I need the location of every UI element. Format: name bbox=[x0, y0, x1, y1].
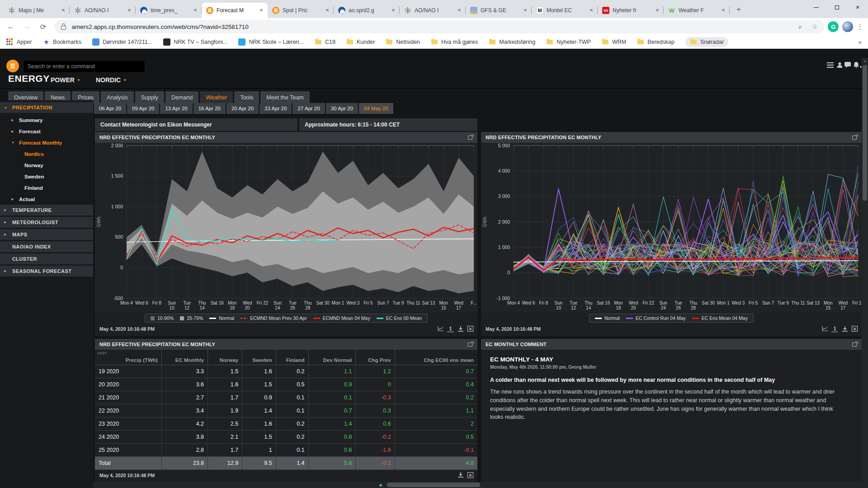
scroll-up-icon[interactable]: ▲ bbox=[862, 58, 868, 64]
close-button[interactable]: ✕ bbox=[847, 0, 868, 14]
app-menu-icon[interactable] bbox=[827, 61, 834, 70]
browser-tab[interactable]: AO/NAO I✕ bbox=[400, 3, 466, 18]
expand-icon[interactable]: ▶ bbox=[4, 233, 6, 236]
sidebar-item-meteorologist[interactable]: ▶METEOROLOGIST bbox=[0, 217, 93, 228]
browser-tab[interactable]: GFS & GE✕ bbox=[466, 3, 532, 18]
popout-icon[interactable] bbox=[468, 135, 474, 140]
tab-close-icon[interactable]: ✕ bbox=[522, 7, 529, 14]
date-button-13-apr-20[interactable]: 13 Apr 20 bbox=[160, 103, 192, 114]
horizontal-scroll-thumb[interactable] bbox=[387, 483, 480, 487]
collapse-icon[interactable]: ▼ bbox=[4, 106, 7, 109]
bookmark-item[interactable]: Nettsiden bbox=[386, 38, 420, 46]
tab-close-icon[interactable]: ✕ bbox=[390, 7, 397, 14]
bookmark-item[interactable]: Nyheter-TWP bbox=[546, 38, 591, 46]
popout-icon[interactable] bbox=[852, 342, 858, 347]
bookmark-item[interactable]: Apper bbox=[6, 38, 32, 46]
messenger-icon[interactable] bbox=[844, 61, 851, 70]
collapse-icon[interactable]: ▼ bbox=[11, 141, 14, 144]
download-icon[interactable] bbox=[841, 325, 848, 332]
date-button-30-apr-20[interactable]: 30 Apr 20 bbox=[326, 103, 358, 114]
grammarly-extension-icon[interactable]: G bbox=[828, 21, 839, 32]
refresh-icon[interactable]: ⟳ bbox=[38, 21, 49, 32]
tab-close-icon[interactable]: ✕ bbox=[192, 7, 199, 14]
chart-type-icon[interactable] bbox=[437, 325, 444, 332]
nav-tab-meet-the-team[interactable]: Meet the Team bbox=[260, 91, 309, 103]
new-tab-button[interactable]: + bbox=[732, 4, 745, 16]
interval-icon[interactable]: 1 bbox=[447, 325, 454, 332]
browser-tab[interactable]: WWeather F✕ bbox=[664, 3, 730, 18]
bookmark-item[interactable]: C19 bbox=[315, 38, 335, 46]
date-button-16-apr-20[interactable]: 16 Apr 20 bbox=[193, 103, 226, 114]
bookmark-item[interactable]: Snøradar bbox=[685, 37, 728, 47]
date-button-09-apr-20[interactable]: 09 Apr 20 bbox=[127, 103, 159, 114]
sidebar-item-seasonal-forecast[interactable]: ▶SEASONAL FORECAST bbox=[0, 266, 93, 277]
sidebar-item-forecast-monthly[interactable]: ▼Forecast Monthly bbox=[0, 137, 93, 148]
back-icon[interactable]: ← bbox=[5, 21, 16, 32]
date-button-20-apr-20[interactable]: 20 Apr 20 bbox=[226, 103, 259, 114]
browser-tab[interactable]: Forecast M✕ bbox=[202, 3, 268, 18]
sidebar-item-finland[interactable]: Finland bbox=[0, 182, 93, 193]
browser-tab[interactable]: Spot | Pric✕ bbox=[268, 3, 334, 18]
browser-tab[interactable]: AO/NAO I✕ bbox=[70, 3, 136, 18]
forward-icon[interactable]: → bbox=[22, 21, 33, 32]
bookmark-item[interactable]: Kunder bbox=[346, 38, 375, 46]
sidebar-item-forecast[interactable]: ▶Forecast bbox=[0, 126, 93, 137]
sidebar-item-temperature[interactable]: ▶TEMPERATURE bbox=[0, 205, 93, 216]
nav-tab-demand[interactable]: Demand bbox=[165, 91, 198, 103]
tab-close-icon[interactable]: ✕ bbox=[126, 7, 133, 14]
bookmarks-overflow-icon[interactable]: » bbox=[858, 38, 862, 46]
sidebar-item-nao-ao-index[interactable]: NAO/AO INDEX bbox=[0, 241, 93, 252]
chart-type-icon[interactable] bbox=[821, 325, 828, 332]
tab-close-icon[interactable]: ✕ bbox=[258, 7, 265, 14]
bookmark-item[interactable]: NRK Skole – Læreri... bbox=[238, 38, 304, 46]
nav-tab-weather[interactable]: Weather bbox=[200, 91, 233, 103]
sidebar-item-nordics[interactable]: Nordics bbox=[0, 148, 93, 160]
power-menu[interactable]: POWER▼ bbox=[51, 76, 80, 84]
date-button-06-apr-20[interactable]: 06 Apr 20 bbox=[94, 103, 126, 114]
horizontal-scrollbar[interactable]: ◀ bbox=[93, 482, 862, 488]
nordic-menu[interactable]: NORDIC▼ bbox=[96, 76, 127, 84]
vertical-scrollbar[interactable]: ▲ bbox=[862, 58, 868, 488]
browser-tab[interactable]: Maps | Me✕ bbox=[4, 3, 70, 18]
browser-tab[interactable]: time_pres_✕ bbox=[136, 3, 202, 18]
sidebar-item-summary[interactable]: ▶Summary bbox=[0, 114, 93, 126]
browser-tab[interactable]: ao.sprd2.g✕ bbox=[334, 3, 400, 18]
sidebar-item-sweden[interactable]: Sweden bbox=[0, 171, 93, 182]
download-icon[interactable] bbox=[457, 472, 464, 479]
tab-close-icon[interactable]: ✕ bbox=[588, 7, 595, 14]
bookmark-item[interactable]: Hva må gjøres bbox=[431, 38, 478, 46]
interval-icon[interactable]: 1 bbox=[831, 325, 838, 332]
browser-menu-icon[interactable]: ⋮ bbox=[857, 23, 863, 31]
download-icon[interactable] bbox=[457, 325, 464, 332]
excel-export-icon[interactable]: X bbox=[467, 325, 474, 332]
url-text[interactable]: amers2.apps.cp.thomsonreuters.com/web/cm… bbox=[71, 23, 795, 30]
expand-icon[interactable]: ▶ bbox=[4, 221, 6, 224]
minimize-button[interactable] bbox=[806, 0, 826, 14]
popout-icon[interactable] bbox=[468, 342, 474, 347]
tab-close-icon[interactable]: ✕ bbox=[456, 7, 463, 14]
popout-icon[interactable] bbox=[852, 135, 858, 140]
tab-close-icon[interactable]: ✕ bbox=[720, 7, 727, 14]
date-button-04-may-20[interactable]: 04 May 20 bbox=[359, 103, 393, 114]
bookmark-item[interactable]: Beredskap bbox=[637, 38, 675, 46]
tab-close-icon[interactable]: ✕ bbox=[60, 7, 67, 14]
nav-tab-tools[interactable]: Tools bbox=[234, 91, 259, 103]
nav-tab-analysis[interactable]: Analysis bbox=[101, 91, 134, 103]
date-button-27-apr-20[interactable]: 27 Apr 20 bbox=[292, 103, 325, 114]
command-search-input[interactable] bbox=[24, 61, 145, 72]
vertical-scroll-thumb[interactable] bbox=[863, 65, 867, 201]
user-icon[interactable] bbox=[837, 61, 843, 70]
excel-export-icon[interactable]: X bbox=[851, 325, 858, 332]
sidebar-item-actual[interactable]: ▶Actual bbox=[0, 193, 93, 205]
profile-avatar[interactable] bbox=[842, 21, 853, 32]
expand-icon[interactable]: ▶ bbox=[11, 130, 14, 133]
expand-icon[interactable]: ▶ bbox=[4, 269, 6, 273]
sidebar-item-maps[interactable]: ▶MAPS bbox=[0, 229, 93, 240]
eikon-menu-button[interactable] bbox=[6, 60, 19, 72]
bookmark-item[interactable]: Markedsføring bbox=[489, 38, 535, 46]
address-bar[interactable]: amers2.apps.cp.thomsonreuters.com/web/cm… bbox=[55, 20, 824, 33]
bookmark-item[interactable]: Dørvrider 147/211... bbox=[92, 38, 152, 46]
nav-tab-supply[interactable]: Supply bbox=[135, 91, 164, 103]
tab-close-icon[interactable]: ✕ bbox=[324, 7, 331, 14]
expand-icon[interactable]: ▶ bbox=[11, 197, 14, 201]
